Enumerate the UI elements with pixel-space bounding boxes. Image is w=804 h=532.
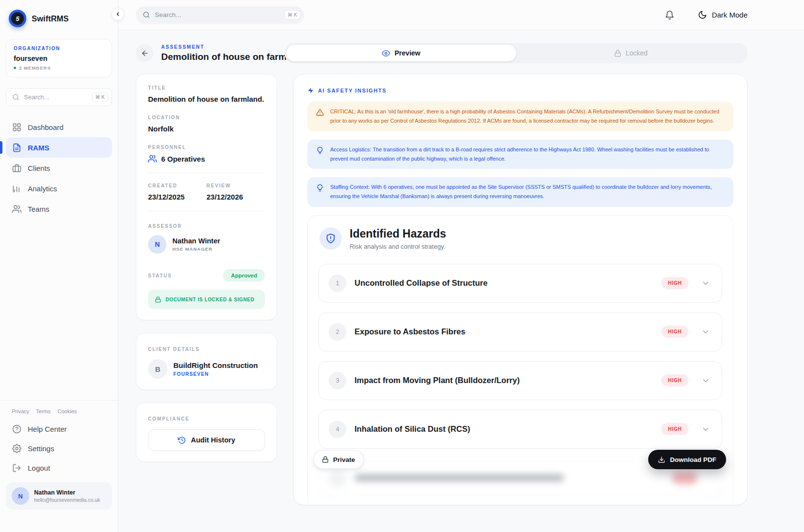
- lock-icon: [322, 456, 329, 463]
- client-avatar: B: [148, 359, 168, 379]
- sidebar-item-settings[interactable]: Settings: [6, 439, 112, 458]
- search-icon: [12, 93, 19, 101]
- insight-callout: Access Logistics: The transition from a …: [307, 140, 733, 169]
- review-label: REVIEW: [206, 183, 265, 188]
- lightbulb-icon: [316, 184, 324, 192]
- sidebar-search[interactable]: ⌘ K: [6, 88, 112, 106]
- sidebar-item-clients[interactable]: Clients: [6, 158, 112, 178]
- hazards-title: Identified Hazards: [350, 227, 446, 240]
- sidebar-item-dashboard[interactable]: Dashboard: [6, 117, 112, 137]
- audit-history-label: Audit History: [191, 436, 235, 444]
- page-title: Demolition of house on farmla...: [161, 52, 284, 62]
- bell-icon: [665, 10, 674, 20]
- assessment-location: Norfolk: [148, 125, 265, 133]
- hazard-number: 3: [329, 372, 346, 389]
- lightning-bolt-icon: [307, 87, 314, 94]
- sidebar-item-label: RAMS: [28, 144, 49, 152]
- severity-badge: HIGH: [661, 277, 689, 289]
- view-mode-tabs: Preview Locked: [284, 43, 748, 63]
- sidebar-item-label: Dashboard: [28, 123, 63, 131]
- download-pdf-button[interactable]: Download PDF: [648, 450, 726, 469]
- severity-badge: HIGH: [661, 423, 689, 435]
- details-column: TITLE Demolition of house on farmland. L…: [136, 74, 277, 462]
- created-date: 23/12/2025: [148, 193, 206, 201]
- tab-preview[interactable]: Preview: [286, 45, 516, 61]
- tab-locked[interactable]: Locked: [516, 45, 746, 61]
- dark-mode-toggle[interactable]: Dark Mode: [698, 10, 748, 19]
- logo-icon: 5: [9, 10, 26, 27]
- chevron-down-icon[interactable]: [701, 376, 710, 385]
- gear-icon: [12, 444, 21, 453]
- back-button[interactable]: [136, 44, 153, 62]
- hazard-row[interactable]: 3 Impact from Moving Plant (Bulldozer/Lo…: [318, 361, 722, 400]
- location-label: LOCATION: [148, 115, 265, 120]
- sidebar-nav: Dashboard RAMS Clients Analytics Teams: [6, 117, 112, 219]
- sidebar-item-rams[interactable]: RAMS: [6, 137, 112, 158]
- hazard-number: [329, 469, 346, 487]
- legal-link[interactable]: Cookies: [57, 408, 77, 414]
- tab-label: Preview: [394, 49, 420, 57]
- assessment-eyebrow: ASSESSMENT: [161, 44, 284, 50]
- hazard-row[interactable]: 2 Exposure to Asbestos Fibres HIGH: [318, 312, 722, 351]
- organization-name: fourseven: [14, 55, 104, 62]
- hazard-list: 1 Uncontrolled Collapse of Structure HIG…: [318, 264, 722, 449]
- notifications-button[interactable]: [665, 10, 674, 20]
- status-badge: Approved: [223, 269, 265, 282]
- severity-badge: [672, 472, 697, 484]
- hazard-title: Inhalation of Silica Dust (RCS): [355, 424, 661, 434]
- chevron-down-icon[interactable]: [701, 279, 710, 288]
- compliance-label: COMPLIANCE: [148, 416, 189, 422]
- organization-card[interactable]: ORGANIZATION fourseven 2 MEMBERS: [6, 39, 112, 77]
- document-action-bar: Private Download PDF: [314, 450, 726, 469]
- hazard-number: 1: [329, 275, 346, 292]
- document-column: AI SAFETY INSIGHTS CRITICAL: As this is …: [293, 74, 748, 505]
- sidebar-item-label: Analytics: [28, 184, 57, 193]
- user-profile-card[interactable]: N Nathan Winter hello@foursevenmedia.co.…: [6, 482, 112, 510]
- lightbulb-icon: [316, 147, 324, 154]
- sidebar-item-label: Settings: [28, 444, 54, 453]
- insight-callout: Staffing Context: With 6 operatives, one…: [307, 177, 733, 207]
- title-label: TITLE: [148, 85, 265, 91]
- bar-chart-icon: [12, 184, 21, 193]
- assessor-name: Nathan Winter: [172, 237, 220, 245]
- severity-badge: HIGH: [661, 374, 689, 386]
- severity-badge: HIGH: [661, 326, 689, 338]
- global-search[interactable]: ⌘ K: [136, 6, 304, 24]
- lock-icon: [155, 296, 161, 303]
- download-icon: [658, 456, 665, 463]
- redacted-text: [355, 474, 564, 481]
- personnel-count: 6 Operatives: [161, 155, 205, 163]
- audit-history-button[interactable]: Audit History: [148, 429, 265, 451]
- private-toggle[interactable]: Private: [314, 450, 363, 469]
- assessor-role: HSE MANAGER: [172, 246, 220, 252]
- sidebar-item-analytics[interactable]: Analytics: [6, 178, 112, 199]
- search-kbd: ⌘ K: [92, 92, 108, 102]
- hazards-subtitle: Risk analysis and control strategy.: [350, 243, 446, 250]
- ai-insights-header: AI SAFETY INSIGHTS: [307, 87, 733, 94]
- divider: [148, 211, 265, 211]
- legal-link[interactable]: Terms: [36, 408, 51, 414]
- legal-links: PrivacyTermsCookies: [6, 408, 112, 414]
- chevron-left-icon: [115, 11, 121, 17]
- sidebar-item-teams[interactable]: Teams: [6, 199, 112, 219]
- private-label: Private: [333, 456, 355, 463]
- tab-label: Locked: [626, 49, 648, 57]
- avatar: N: [12, 487, 29, 505]
- insight-text: Access Logistics: The transition from a …: [330, 145, 725, 164]
- sidebar-item-help-center[interactable]: Help Center: [6, 419, 112, 439]
- review-date: 23/12/2026: [206, 193, 265, 201]
- chevron-down-icon[interactable]: [701, 425, 710, 434]
- global-search-input[interactable]: [155, 11, 280, 18]
- assessor-label: ASSESSOR: [148, 223, 182, 229]
- chevron-down-icon[interactable]: [701, 328, 710, 336]
- dashboard-grid-icon: [12, 123, 21, 132]
- sidebar-item-logout[interactable]: Logout: [6, 458, 112, 477]
- sidebar-item-label: Help Center: [28, 425, 67, 433]
- legal-link[interactable]: Privacy: [12, 408, 29, 414]
- sidebar-collapse-button[interactable]: [112, 8, 124, 20]
- ai-insights-label: AI SAFETY INSIGHTS: [318, 88, 387, 93]
- hazard-row[interactable]: 4 Inhalation of Silica Dust (RCS) HIGH: [318, 410, 722, 449]
- hazard-row[interactable]: 1 Uncontrolled Collapse of Structure HIG…: [318, 264, 722, 303]
- sidebar-search-input[interactable]: [24, 93, 88, 101]
- content: ASSESSMENT Demolition of house on farmla…: [118, 30, 804, 532]
